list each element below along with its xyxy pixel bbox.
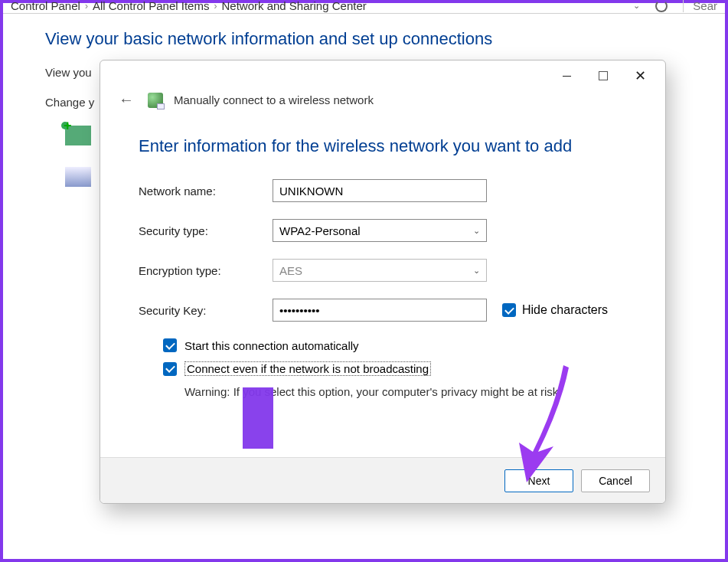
chevron-down-icon: ⌄ [473, 266, 480, 276]
connect-hidden-label: Connect even if the network is not broad… [184, 361, 431, 376]
security-type-select[interactable]: WPA2-Personal ⌄ [273, 219, 487, 242]
dialog-heading: Enter information for the wireless netwo… [139, 136, 627, 156]
hide-characters-checkbox[interactable] [502, 303, 516, 317]
breadcrumb-item[interactable]: All Control Panel Items [93, 0, 210, 12]
chevron-right-icon: › [85, 1, 88, 11]
new-connection-icon [65, 126, 91, 145]
cancel-button[interactable]: Cancel [581, 469, 650, 492]
maximize-button[interactable] [586, 64, 621, 87]
refresh-icon[interactable] [655, 0, 668, 12]
chevron-down-icon[interactable]: ⌄ [633, 1, 640, 11]
minimize-button[interactable] [549, 64, 584, 87]
annotation-highlight [243, 387, 273, 449]
security-type-value: WPA2-Personal [279, 224, 361, 237]
network-wizard-icon [148, 93, 163, 108]
security-key-label: Security Key: [139, 304, 273, 317]
troubleshoot-icon [65, 167, 91, 187]
chevron-down-icon: ⌄ [473, 226, 480, 236]
dialog-title: Manually connect to a wireless network [174, 93, 374, 106]
security-key-input[interactable] [273, 299, 487, 322]
annotation-arrow [496, 364, 588, 486]
encryption-type-value: AES [279, 264, 302, 277]
auto-start-checkbox[interactable] [163, 338, 177, 352]
search-input[interactable]: Sear [683, 0, 717, 12]
connect-hidden-checkbox[interactable] [163, 362, 177, 376]
encryption-type-select: AES ⌄ [273, 259, 487, 282]
hide-characters-label: Hide characters [522, 303, 608, 317]
security-type-label: Security type: [139, 224, 273, 237]
close-button[interactable]: ✕ [622, 64, 658, 87]
breadcrumb-item[interactable]: Control Panel [11, 0, 80, 12]
breadcrumb-item[interactable]: Network and Sharing Center [221, 0, 366, 12]
network-name-input[interactable] [273, 179, 487, 202]
address-bar[interactable]: Control Panel › All Control Panel Items … [3, 0, 725, 14]
encryption-type-label: Encryption type: [139, 264, 273, 277]
chevron-right-icon: › [214, 1, 217, 11]
auto-start-label: Start this connection automatically [184, 339, 359, 352]
network-name-label: Network name: [139, 185, 273, 198]
page-title: View your basic network information and … [45, 29, 683, 49]
back-arrow-icon[interactable]: ← [116, 91, 137, 109]
